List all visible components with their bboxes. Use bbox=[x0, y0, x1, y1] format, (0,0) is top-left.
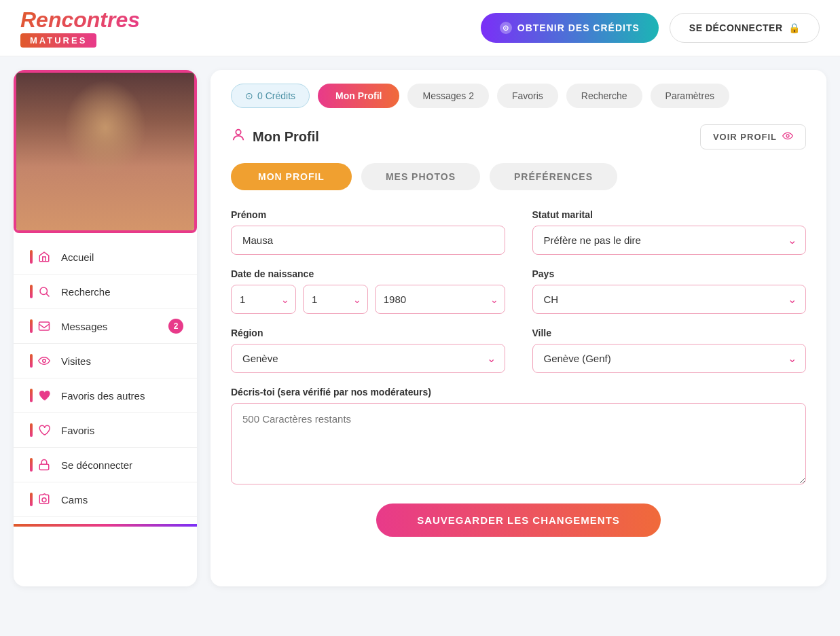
disconnect-label: SE DÉCONNECTER bbox=[689, 22, 783, 33]
accent-bar bbox=[30, 354, 33, 368]
logo-title: Rencontres bbox=[20, 8, 140, 32]
dob-year-wrap: 19801981197919781977 ⌄ bbox=[375, 285, 505, 314]
ville-select-wrap: Genève (Genf) Carouge Lancy ⌄ bbox=[532, 344, 807, 373]
dob-row: 12345 678910 1112131415 1617181920 21222… bbox=[231, 285, 505, 314]
accent-bar bbox=[30, 423, 33, 437]
save-button[interactable]: SAUVEGARDER LES CHANGEMENTS bbox=[376, 504, 661, 537]
tab-credits[interactable]: ⊙ 0 Crédits bbox=[231, 84, 310, 108]
sidebar-item-accueil[interactable]: Accueil bbox=[14, 240, 197, 275]
form-group-dob: Date de naissance 12345 678910 111213141… bbox=[231, 268, 505, 314]
header: Rencontres MATURES ⊙ OBTENIR DES CRÉDITS… bbox=[0, 0, 840, 56]
dob-month-wrap: 12345 678910 1112 ⌄ bbox=[303, 285, 368, 314]
coin-icon: ⊙ bbox=[500, 22, 512, 34]
pays-select-wrap: CH FR BE DE ⌄ bbox=[532, 285, 807, 314]
form-group-ville: Ville Genève (Genf) Carouge Lancy ⌄ bbox=[532, 328, 807, 373]
dob-label: Date de naissance bbox=[231, 268, 505, 279]
sidebar: Accueil Recherche Messages 2 bbox=[14, 70, 197, 586]
svg-line-1 bbox=[46, 294, 49, 297]
svg-point-0 bbox=[40, 287, 48, 295]
svg-rect-4 bbox=[39, 464, 49, 470]
description-textarea[interactable] bbox=[231, 403, 806, 484]
sidebar-item-cams[interactable]: Cams bbox=[14, 482, 197, 517]
form-group-prenom: Prénom bbox=[231, 209, 505, 255]
eye-icon bbox=[37, 353, 52, 368]
ville-label: Ville bbox=[532, 328, 807, 338]
camera-icon bbox=[37, 492, 52, 507]
sub-tab-mes-photos[interactable]: MES PHOTOS bbox=[361, 163, 480, 190]
accent-bar bbox=[30, 250, 33, 264]
sub-tab-mes-photos-label: MES PHOTOS bbox=[386, 171, 456, 182]
get-credits-label: OBTENIR DES CRÉDITS bbox=[517, 22, 640, 33]
tab-messages[interactable]: Messages 2 bbox=[407, 84, 488, 108]
svg-point-7 bbox=[786, 135, 789, 137]
region-select[interactable]: Genève Zurich Berne Vaud bbox=[231, 344, 505, 373]
tab-favoris[interactable]: Favoris bbox=[497, 84, 558, 108]
svg-point-6 bbox=[236, 130, 240, 135]
prenom-label: Prénom bbox=[231, 209, 505, 220]
dob-day-select[interactable]: 12345 678910 1112131415 1617181920 21222… bbox=[231, 285, 296, 314]
lock-icon: 🔒 bbox=[788, 22, 801, 33]
sub-tab-preferences[interactable]: PRÉFÉRENCES bbox=[490, 163, 617, 190]
form-group-pays: Pays CH FR BE DE ⌄ bbox=[532, 268, 807, 314]
disconnect-button[interactable]: SE DÉCONNECTER 🔒 bbox=[670, 13, 820, 43]
sidebar-item-favoris[interactable]: Favoris bbox=[14, 413, 197, 448]
messages-badge: 2 bbox=[168, 319, 183, 334]
sidebar-item-recherche[interactable]: Recherche bbox=[14, 275, 197, 309]
svg-rect-2 bbox=[39, 322, 50, 330]
sidebar-label-visites: Visites bbox=[61, 355, 91, 367]
form-group-region: Région Genève Zurich Berne Vaud ⌄ bbox=[231, 328, 505, 373]
profile-form: Prénom Statut marital Préfère ne pas le … bbox=[231, 209, 806, 484]
tab-recherche[interactable]: Recherche bbox=[566, 84, 642, 108]
main-layout: Accueil Recherche Messages 2 bbox=[0, 56, 840, 586]
save-button-label: SAUVEGARDER LES CHANGEMENTS bbox=[417, 514, 620, 526]
dob-day-wrap: 12345 678910 1112131415 1617181920 21222… bbox=[231, 285, 296, 314]
sidebar-item-messages[interactable]: Messages 2 bbox=[14, 309, 197, 344]
tab-recherche-label: Recherche bbox=[581, 90, 627, 101]
dob-year-select[interactable]: 19801981197919781977 bbox=[375, 285, 505, 314]
sidebar-item-deconnecter[interactable]: Se déconnecter bbox=[14, 448, 197, 482]
heart-outline-icon bbox=[37, 423, 52, 438]
accent-bar bbox=[30, 319, 33, 333]
tab-favoris-label: Favoris bbox=[512, 90, 543, 101]
form-group-description: Décris-toi (sera vérifié par nos modérat… bbox=[231, 387, 806, 484]
region-select-wrap: Genève Zurich Berne Vaud ⌄ bbox=[231, 344, 505, 373]
statut-select-wrap: Préfère ne pas le dire Célibataire En co… bbox=[532, 226, 807, 255]
ville-select[interactable]: Genève (Genf) Carouge Lancy bbox=[532, 344, 807, 373]
sidebar-label-favoris: Favoris bbox=[61, 425, 94, 436]
main-content: ⊙ 0 Crédits Mon Profil Messages 2 Favori… bbox=[211, 70, 826, 586]
sub-tab-mon-profil-label: MON PROFIL bbox=[258, 171, 325, 182]
tab-mon-profil[interactable]: Mon Profil bbox=[318, 84, 399, 108]
prenom-input[interactable] bbox=[231, 226, 505, 255]
sidebar-item-favoris-autres[interactable]: Favoris des autres bbox=[14, 378, 197, 413]
person-icon bbox=[231, 128, 246, 146]
home-icon bbox=[37, 249, 52, 264]
search-icon bbox=[37, 284, 52, 299]
sub-tab-preferences-label: PRÉFÉRENCES bbox=[514, 171, 593, 182]
sub-tab-mon-profil[interactable]: MON PROFIL bbox=[231, 163, 352, 190]
pays-label: Pays bbox=[532, 268, 807, 279]
region-label: Région bbox=[231, 328, 505, 338]
sidebar-label-messages: Messages bbox=[61, 321, 107, 332]
lock-icon bbox=[37, 457, 52, 472]
sub-tabs: MON PROFIL MES PHOTOS PRÉFÉRENCES bbox=[231, 163, 806, 190]
section-header: Mon Profil VOIR PROFIL bbox=[231, 124, 806, 149]
profile-photo bbox=[14, 70, 197, 233]
sidebar-nav: Accueil Recherche Messages 2 bbox=[14, 240, 197, 517]
logo: Rencontres MATURES bbox=[20, 8, 140, 48]
sidebar-label-recherche: Recherche bbox=[61, 286, 111, 298]
section-title-text: Mon Profil bbox=[253, 129, 319, 145]
tab-mon-profil-label: Mon Profil bbox=[335, 90, 382, 101]
get-credits-button[interactable]: ⊙ OBTENIR DES CRÉDITS bbox=[481, 13, 659, 43]
heart-filled-icon bbox=[37, 388, 52, 403]
sidebar-item-visites[interactable]: Visites bbox=[14, 344, 197, 378]
voir-profil-button[interactable]: VOIR PROFIL bbox=[700, 124, 806, 149]
pays-select[interactable]: CH FR BE DE bbox=[532, 285, 807, 314]
description-label: Décris-toi (sera vérifié par nos modérat… bbox=[231, 387, 806, 398]
tab-parametres-label: Paramètres bbox=[665, 90, 714, 101]
dob-month-select[interactable]: 12345 678910 1112 bbox=[303, 285, 368, 314]
statut-select[interactable]: Préfère ne pas le dire Célibataire En co… bbox=[532, 226, 807, 255]
tabs-row: ⊙ 0 Crédits Mon Profil Messages 2 Favori… bbox=[231, 84, 806, 108]
tab-parametres[interactable]: Paramètres bbox=[651, 84, 729, 108]
sidebar-divider bbox=[14, 524, 197, 527]
accent-bar bbox=[30, 285, 33, 298]
